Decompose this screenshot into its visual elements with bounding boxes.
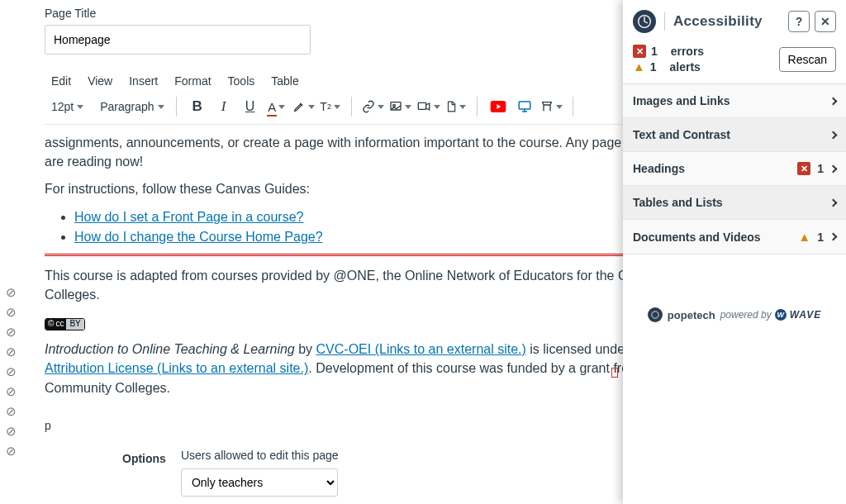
attr-cvc-link[interactable]: CVC-OEI (Links to an external site.) bbox=[316, 342, 526, 356]
page-title-input[interactable] bbox=[45, 25, 311, 55]
chevron-down-icon bbox=[405, 105, 411, 109]
document-button[interactable] bbox=[445, 94, 467, 119]
underline-button[interactable]: U bbox=[240, 94, 261, 119]
hidden-icon: ⊘ bbox=[6, 424, 17, 439]
editor-path[interactable]: p bbox=[45, 419, 51, 432]
errors-count: ✕ 1 errors bbox=[633, 45, 704, 58]
studio-button[interactable] bbox=[514, 94, 535, 119]
svg-point-1 bbox=[392, 104, 395, 107]
category-tables-lists[interactable]: Tables and Lists bbox=[623, 186, 846, 220]
popetech-logo-icon bbox=[633, 10, 656, 33]
error-icon: ✕ bbox=[633, 45, 646, 58]
hidden-icon: ⊘ bbox=[6, 325, 17, 340]
popetech-mark-icon bbox=[648, 307, 663, 322]
highlight-button[interactable] bbox=[292, 94, 315, 119]
panel-footer: popetech powered by W WAVE bbox=[623, 296, 846, 504]
image-button[interactable] bbox=[389, 94, 411, 119]
error-icon: ✕ bbox=[797, 162, 810, 175]
superscript-button[interactable]: T2 bbox=[320, 94, 341, 119]
close-button[interactable]: ✕ bbox=[815, 11, 836, 32]
media-button[interactable] bbox=[416, 94, 440, 119]
accessibility-panel: Accessibility ? ✕ ✕ 1 errors ▲ 1 alerts … bbox=[623, 0, 846, 504]
chevron-down-icon bbox=[434, 105, 440, 109]
hidden-icon: ⊘ bbox=[6, 404, 17, 419]
chevron-right-icon bbox=[829, 233, 838, 241]
hidden-icon: ⊘ bbox=[6, 285, 17, 300]
italic-button[interactable]: I bbox=[213, 94, 235, 119]
visibility-gutter: ⊘ ⊘ ⊘ ⊘ ⊘ ⊘ ⊘ ⊘ ⊘ bbox=[0, 285, 21, 459]
app-button[interactable] bbox=[540, 94, 563, 119]
youtube-button[interactable] bbox=[487, 94, 509, 119]
cc-license-badge: ©cc BY bbox=[45, 318, 85, 330]
svg-point-6 bbox=[652, 311, 658, 318]
panel-title: Accessibility bbox=[673, 13, 763, 30]
hidden-icon: ⊘ bbox=[6, 345, 17, 359]
category-headings[interactable]: Headings ✕ 1 bbox=[623, 152, 846, 186]
chevron-down-icon bbox=[334, 105, 340, 109]
guide-link-front-page[interactable]: How do I set a Front Page in a course? bbox=[74, 210, 303, 224]
hidden-icon: ⊘ bbox=[6, 444, 17, 459]
bold-button[interactable]: B bbox=[187, 94, 208, 119]
alert-icon: ▲ bbox=[633, 59, 645, 74]
chevron-down-icon bbox=[556, 105, 563, 109]
chevron-right-icon bbox=[829, 131, 838, 139]
error-indicator-icon bbox=[611, 368, 618, 378]
alerts-count: ▲ 1 alerts bbox=[633, 59, 704, 74]
menu-table[interactable]: Table bbox=[271, 74, 298, 88]
chevron-down-icon bbox=[459, 105, 466, 109]
category-images-links[interactable]: Images and Links bbox=[623, 84, 846, 118]
menu-tools[interactable]: Tools bbox=[228, 74, 255, 88]
category-text-contrast[interactable]: Text and Contrast bbox=[623, 118, 846, 152]
svg-rect-2 bbox=[418, 102, 425, 109]
help-button[interactable]: ? bbox=[788, 11, 810, 32]
edit-permission-caption: Users allowed to edit this page bbox=[181, 449, 339, 462]
chevron-right-icon bbox=[829, 97, 838, 105]
chevron-right-icon bbox=[829, 198, 838, 207]
category-documents-videos[interactable]: Documents and Videos ▲ 1 bbox=[623, 220, 846, 254]
hidden-icon: ⊘ bbox=[6, 384, 17, 399]
guide-link-home-page[interactable]: How do I change the Course Home Page? bbox=[74, 230, 323, 244]
menu-insert[interactable]: Insert bbox=[129, 74, 158, 88]
svg-rect-4 bbox=[519, 102, 530, 109]
font-size-select[interactable]: 12pt bbox=[51, 100, 85, 113]
chevron-down-icon bbox=[278, 105, 285, 109]
menu-view[interactable]: View bbox=[88, 74, 112, 88]
link-button[interactable] bbox=[362, 94, 384, 119]
hidden-icon: ⊘ bbox=[6, 364, 17, 379]
menu-format[interactable]: Format bbox=[174, 74, 211, 88]
chevron-down-icon bbox=[308, 105, 315, 109]
alert-icon: ▲ bbox=[798, 230, 810, 244]
rescan-button[interactable]: Rescan bbox=[779, 47, 836, 72]
menu-edit[interactable]: Edit bbox=[51, 74, 71, 88]
options-label: Options bbox=[122, 452, 166, 465]
chevron-right-icon bbox=[829, 164, 838, 173]
block-format-select[interactable]: Paragraph bbox=[100, 100, 165, 113]
hidden-icon: ⊘ bbox=[6, 305, 17, 320]
chevron-down-icon bbox=[378, 105, 384, 109]
edit-permission-select[interactable]: Only teachers bbox=[181, 468, 338, 497]
accessibility-category-list: Images and Links Text and Contrast Headi… bbox=[623, 83, 846, 254]
text-color-button[interactable]: A bbox=[266, 94, 288, 119]
wave-logo-icon: W bbox=[775, 309, 787, 321]
